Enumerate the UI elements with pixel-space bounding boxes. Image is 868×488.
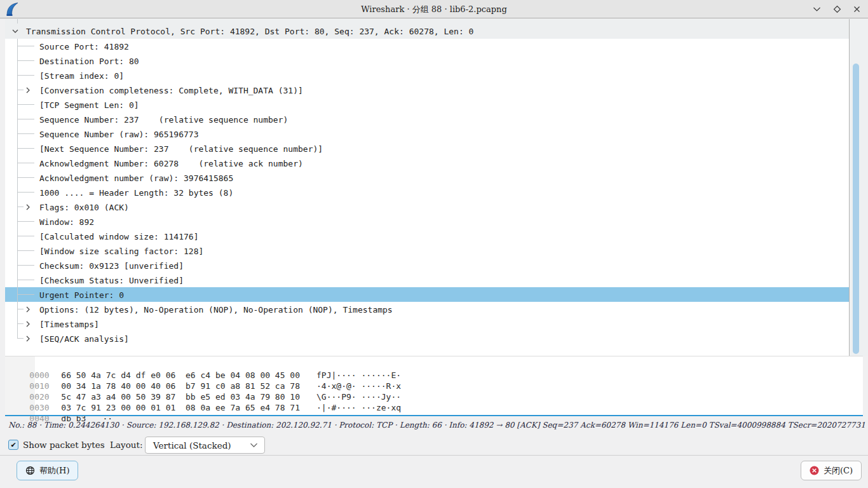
tree-children: Source Port: 41892 Destination Port: 80 … [5, 39, 849, 346]
hex-offset: 0020 [25, 391, 55, 402]
hex-dump-pane[interactable]: 000066 50 4a 7c d4 df e0 06 e6 c4 be 04 … [5, 356, 863, 416]
chevron-right-icon[interactable] [25, 87, 31, 93]
tree-row[interactable]: [TCP Segment Len: 0] [5, 97, 849, 112]
tree-guide-line [17, 265, 34, 266]
hex-bytes: 00 34 1a 78 40 00 40 06 b7 91 c0 a8 81 5… [61, 381, 300, 391]
tree-row[interactable]: Destination Port: 80 [5, 53, 849, 68]
layout-select-value: Vertical (Stacked) [153, 440, 250, 451]
window-title: Wireshark · 分组 88 · lib6-2.pcapng [0, 0, 868, 18]
hex-row[interactable]: 000066 50 4a 7c d4 df e0 06 e6 c4 be 04 … [5, 359, 863, 370]
tree-row-label: Acknowledgment Number: 60278 (relative a… [39, 158, 303, 168]
chevron-right-icon[interactable] [25, 306, 31, 313]
tree-scrollbar[interactable] [850, 19, 868, 356]
tree-row-label: [Next Sequence Number: 237 (relative seq… [39, 144, 323, 153]
tree-row[interactable]: Window: 892 [5, 214, 849, 229]
layout-select[interactable]: Vertical (Stacked) [145, 437, 265, 454]
tree-row-label: Options: (12 bytes), No-Operation (NOP),… [39, 304, 393, 314]
tree-guide-line [17, 294, 34, 295]
close-button-label: 关闭(C) [824, 465, 853, 477]
tree-row-label: Sequence Number (raw): 965196773 [39, 129, 198, 139]
tree-row-label: [Conversation completeness: Complete, WI… [39, 85, 303, 95]
show-packet-bytes-checkbox[interactable]: ✔ [8, 440, 18, 450]
tree-guide-line [17, 250, 34, 251]
hex-focus-line [5, 415, 863, 416]
tree-guide-line [17, 177, 34, 178]
tree-row-label: [Calculated window size: 114176] [39, 231, 198, 241]
tree-row-label: Source Port: 41892 [39, 41, 129, 51]
tree-row[interactable]: [SEQ/ACK analysis] [5, 331, 849, 346]
tree-row[interactable]: [Next Sequence Number: 237 (relative seq… [5, 141, 849, 156]
minimize-button[interactable] [813, 6, 821, 12]
tree-row-root[interactable]: Transmission Control Protocol, Src Port:… [5, 19, 849, 39]
chevron-right-icon[interactable] [25, 321, 31, 327]
tree-guide-line [17, 46, 34, 46]
tree-row-label: Transmission Control Protocol, Src Port:… [26, 26, 473, 36]
tree-row[interactable]: Flags: 0x010 (ACK) [5, 200, 849, 214]
tree-row-label: [Checksum Status: Unverified] [39, 275, 184, 285]
tree-row[interactable]: [Conversation completeness: Complete, WI… [5, 83, 849, 97]
tree-row[interactable]: Acknowledgment number (raw): 3976415865 [5, 170, 849, 185]
footer-separator [0, 455, 868, 456]
tree-guide-line [17, 221, 34, 222]
hex-bytes: 03 7c 91 23 00 00 01 01 08 0a ee 7a 65 e… [61, 403, 300, 412]
layout-label: Layout: [110, 437, 142, 454]
checkmark-icon: ✔ [10, 442, 16, 449]
tree-guide-line [17, 163, 34, 163]
tree-row[interactable]: Urgent Pointer: 0 [5, 287, 849, 302]
tree-guide-line [17, 192, 34, 193]
close-button[interactable]: 关闭(C) [801, 461, 862, 480]
tree-row-label: Destination Port: 80 [39, 56, 139, 65]
tree-guide-line [17, 309, 24, 309]
tree-guide-line [17, 19, 18, 24]
close-window-button[interactable] [853, 6, 860, 13]
tree-guide-line [17, 133, 34, 134]
chevron-down-icon [250, 442, 258, 448]
tree-row[interactable]: [Window size scaling factor: 128] [5, 243, 849, 258]
packet-dialog-window: Wireshark · 分组 88 · lib6-2.pcapng Transm… [0, 0, 868, 488]
packet-detail-tree: Transmission Control Protocol, Src Port:… [5, 19, 849, 356]
tree-row-label: [TCP Segment Len: 0] [39, 100, 139, 109]
hex-offset: 0000 [25, 370, 55, 381]
hex-ascii: ·|·#···· ···ze·xq [316, 403, 401, 412]
hex-ascii: fPJ|···· ······E· [316, 370, 401, 380]
window-controls [813, 0, 860, 18]
hex-rows: 000066 50 4a 7c d4 df e0 06 e6 c4 be 04 … [5, 359, 863, 413]
packet-summary: No.: 88 · Time: 0.244264130 · Source: 19… [8, 421, 865, 430]
tree-row-label: Urgent Pointer: 0 [39, 290, 124, 299]
show-packet-bytes-label[interactable]: Show packet bytes [23, 437, 105, 454]
tree-row[interactable]: [Checksum Status: Unverified] [5, 273, 849, 287]
tree-row-label: Window: 892 [39, 217, 94, 226]
tree-row-label: Checksum: 0x9123 [unverified] [39, 261, 184, 270]
tree-guide-line [17, 338, 24, 339]
help-button[interactable]: 帮助(H) [17, 461, 78, 480]
help-button-label: 帮助(H) [39, 465, 69, 477]
tree-guide-line [17, 280, 34, 280]
tree-row[interactable]: 1000 .... = Header Length: 32 bytes (8) [5, 185, 849, 200]
tree-row-label: Sequence Number: 237 (relative sequence … [39, 114, 288, 124]
tree-guide-line [17, 104, 34, 105]
tree-guide-line [17, 60, 34, 61]
tree-row[interactable]: [Calculated window size: 114176] [5, 229, 849, 243]
chevron-right-icon[interactable] [25, 336, 31, 342]
hex-bytes: 66 50 4a 7c d4 df e0 06 e6 c4 be 04 08 0… [61, 370, 300, 380]
tree-row[interactable]: [Stream index: 0] [5, 68, 849, 83]
tree-row[interactable]: Sequence Number: 237 (relative sequence … [5, 112, 849, 126]
tree-guide-line [17, 148, 34, 149]
tree-row[interactable]: Acknowledgment Number: 60278 (relative a… [5, 156, 849, 170]
chevron-right-icon[interactable] [25, 204, 31, 210]
scrollbar-thumb[interactable] [853, 64, 859, 354]
maximize-button[interactable] [833, 5, 841, 13]
tree-guide-line [17, 90, 24, 90]
tree-row[interactable]: Options: (12 bytes), No-Operation (NOP),… [5, 302, 849, 316]
chevron-down-icon[interactable] [12, 28, 18, 34]
tree-row-label: [SEQ/ACK analysis] [39, 334, 129, 343]
tree-row-label: [Window size scaling factor: 128] [39, 246, 203, 255]
tree-row-label: Flags: 0x010 (ACK) [39, 202, 129, 212]
tree-row[interactable]: [Timestamps] [5, 316, 849, 331]
tree-row[interactable]: Checksum: 0x9123 [unverified] [5, 258, 849, 273]
tree-row[interactable]: Source Port: 41892 [5, 39, 849, 53]
tree-guide-line [17, 75, 34, 76]
tree-row[interactable]: Sequence Number (raw): 965196773 [5, 126, 849, 141]
close-circle-icon [810, 466, 819, 475]
hex-ascii: ·4·x@·@· ·····R·x [316, 381, 401, 391]
